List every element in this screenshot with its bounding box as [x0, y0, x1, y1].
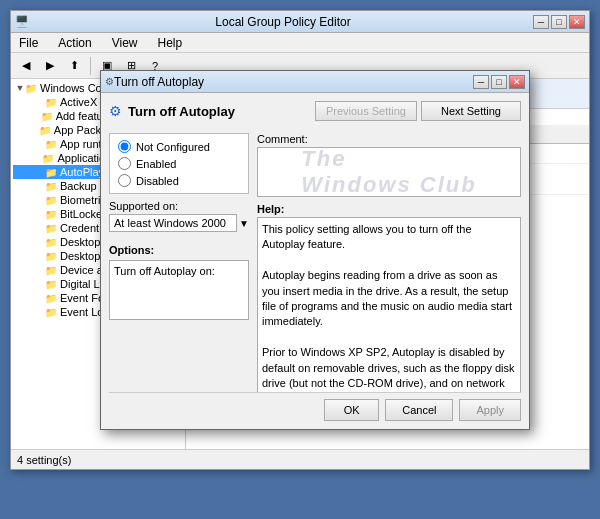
forward-button[interactable]: ▶ [39, 56, 61, 76]
toolbar-separator [90, 57, 91, 75]
radio-disabled-input[interactable] [118, 174, 131, 187]
dialog-right-panel: Comment: TheWindows Club Help: This poli… [257, 133, 521, 392]
folder-icon: 📁 [45, 167, 57, 178]
next-setting-button[interactable]: Next Setting [421, 101, 521, 121]
help-section: Help: This policy setting allows you to … [257, 203, 521, 392]
comment-area[interactable]: TheWindows Club [257, 147, 521, 197]
ok-button[interactable]: OK [324, 399, 379, 421]
folder-icon: 📁 [45, 139, 57, 150]
folder-icon: 📁 [45, 307, 57, 318]
dialog-minimize-button[interactable]: ─ [473, 75, 489, 89]
dialog-heading-icon: ⚙ [109, 103, 122, 119]
dialog-window: ⚙ Turn off Autoplay ─ □ ✕ ⚙ Turn off Aut… [100, 70, 530, 430]
main-maximize-button[interactable]: □ [551, 15, 567, 29]
radio-disabled-label: Disabled [136, 175, 179, 187]
expand-icon: ▼ [15, 83, 25, 93]
dialog-body: Not Configured Enabled Disabled Supporte… [109, 133, 521, 392]
folder-icon: 📁 [45, 251, 57, 262]
prev-setting-button[interactable]: Previous Setting [315, 101, 417, 121]
options-text: Turn off Autoplay on: [114, 265, 244, 277]
dialog-left-panel: Not Configured Enabled Disabled Supporte… [109, 133, 249, 392]
menu-file[interactable]: File [15, 34, 42, 52]
radio-group: Not Configured Enabled Disabled [109, 133, 249, 194]
help-content[interactable]: This policy setting allows you to turn o… [257, 217, 521, 392]
options-label: Options: [109, 244, 249, 256]
dialog-heading-area: ⚙ Turn off Autoplay [109, 103, 235, 119]
apply-button[interactable]: Apply [459, 399, 521, 421]
main-close-button[interactable]: ✕ [569, 15, 585, 29]
help-label: Help: [257, 203, 521, 215]
folder-icon: 📁 [41, 111, 53, 122]
folder-icon: 📁 [45, 195, 57, 206]
dialog-footer: OK Cancel Apply [109, 392, 521, 421]
supported-on-section: Supported on: At least Windows 2000 ▼ [109, 200, 249, 232]
folder-icon: 📁 [45, 181, 57, 192]
cancel-button[interactable]: Cancel [385, 399, 453, 421]
supported-on-label: Supported on: [109, 200, 249, 212]
menu-help[interactable]: Help [154, 34, 187, 52]
up-button[interactable]: ⬆ [63, 56, 85, 76]
folder-icon: 📁 [45, 209, 57, 220]
dialog-title-text: Turn off Autoplay [114, 75, 473, 89]
folder-icon: 📁 [45, 237, 57, 248]
dialog-heading-text: Turn off Autoplay [128, 104, 235, 119]
radio-not-configured[interactable]: Not Configured [118, 140, 240, 153]
folder-icon: 📁 [45, 97, 57, 108]
watermark-text: TheWindows Club [301, 147, 476, 197]
tree-item-label: Backup [60, 180, 97, 192]
supported-on-dropdown[interactable]: ▼ [239, 218, 249, 229]
options-section: Options: Turn off Autoplay on: [109, 244, 249, 320]
supported-on-value: At least Windows 2000 [109, 214, 237, 232]
comment-label: Comment: [257, 133, 521, 145]
comment-section: Comment: TheWindows Club [257, 133, 521, 197]
radio-enabled[interactable]: Enabled [118, 157, 240, 170]
main-window-controls: ─ □ ✕ [533, 15, 585, 29]
menu-action[interactable]: Action [54, 34, 95, 52]
folder-icon: 📁 [45, 293, 57, 304]
radio-not-configured-input[interactable] [118, 140, 131, 153]
folder-icon: 📁 [45, 223, 57, 234]
dialog-title-icon: ⚙ [105, 76, 114, 87]
menu-bar: File Action View Help [11, 33, 589, 53]
main-window-title: Local Group Policy Editor [33, 15, 533, 29]
folder-icon: 📁 [25, 83, 37, 94]
help-text: This policy setting allows you to turn o… [262, 222, 516, 392]
folder-icon: 📁 [45, 279, 57, 290]
dialog-title-buttons: ─ □ ✕ [473, 75, 525, 89]
folder-icon: 📁 [39, 125, 51, 136]
options-content: Turn off Autoplay on: [109, 260, 249, 320]
dialog-close-button[interactable]: ✕ [509, 75, 525, 89]
back-button[interactable]: ◀ [15, 56, 37, 76]
status-text: 4 setting(s) [17, 454, 71, 466]
menu-view[interactable]: View [108, 34, 142, 52]
dialog-title-bar: ⚙ Turn off Autoplay ─ □ ✕ [101, 71, 529, 93]
dialog-content: ⚙ Turn off Autoplay Previous Setting Nex… [101, 93, 529, 429]
main-title-bar: 🖥️ Local Group Policy Editor ─ □ ✕ [11, 11, 589, 33]
dialog-nav-toolbar: Previous Setting Next Setting [315, 101, 521, 121]
main-minimize-button[interactable]: ─ [533, 15, 549, 29]
radio-enabled-input[interactable] [118, 157, 131, 170]
status-bar: 4 setting(s) [11, 449, 589, 469]
folder-icon: 📁 [42, 153, 54, 164]
main-window-icon: 🖥️ [15, 15, 29, 28]
radio-not-configured-label: Not Configured [136, 141, 210, 153]
radio-disabled[interactable]: Disabled [118, 174, 240, 187]
folder-icon: 📁 [45, 265, 57, 276]
radio-enabled-label: Enabled [136, 158, 176, 170]
dialog-maximize-button[interactable]: □ [491, 75, 507, 89]
